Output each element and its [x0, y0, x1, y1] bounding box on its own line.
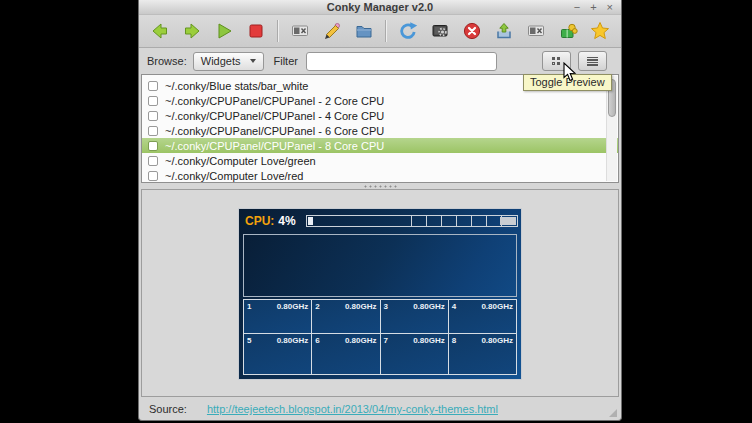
next-button[interactable] — [181, 20, 202, 42]
open-folder-button[interactable] — [353, 20, 374, 42]
core-number: 3 — [384, 302, 388, 311]
list-item-label: ~/.conky/CPUPanel/CPUPanel - 4 Core CPU — [165, 110, 384, 122]
filter-label: Filter — [274, 55, 298, 67]
import-icon — [494, 21, 514, 41]
list-item[interactable]: ~/.conky/CPUPanel/CPUPanel - 6 Core CPU — [142, 123, 618, 138]
core-cell: 4 0.80GHz — [449, 300, 516, 333]
preview-pane: CPU: 4% 1 0.80GHz — [141, 189, 619, 397]
core-cell: 7 0.80GHz — [381, 334, 448, 374]
maximize-button[interactable]: + — [590, 0, 596, 15]
checkbox[interactable] — [148, 111, 158, 121]
checkbox[interactable] — [148, 81, 158, 91]
close-circle-icon — [462, 21, 482, 41]
core-frequency: 0.80GHz — [413, 336, 445, 345]
list-item-label: ~/.conky/CPUPanel/CPUPanel - 6 Core CPU — [165, 125, 384, 137]
core-number: 8 — [452, 336, 456, 345]
about-button[interactable] — [589, 20, 611, 42]
cpu-graph-area — [243, 234, 517, 297]
core-number: 5 — [247, 336, 251, 345]
list-item-label: ~/.conky/Computer Love/green — [165, 155, 316, 167]
core-frequency: 0.80GHz — [345, 302, 377, 311]
cpu-bar-tick — [486, 216, 487, 226]
list-item-label: ~/.conky/CPUPanel/CPUPanel - 8 Core CPU — [165, 140, 384, 152]
stop-icon — [246, 21, 266, 41]
browse-category-select[interactable]: Widgets — [193, 52, 264, 71]
checkbox[interactable] — [148, 96, 158, 106]
list-item-selected[interactable]: ~/.conky/CPUPanel/CPUPanel - 8 Core CPU — [142, 138, 618, 153]
list-item[interactable]: ~/.conky/Computer Love/red — [142, 168, 618, 183]
core-frequency: 0.80GHz — [481, 336, 513, 345]
kill-widget-button[interactable] — [289, 20, 310, 42]
folder-icon — [354, 21, 374, 41]
list-item-label: ~/.conky/Computer Love/red — [165, 170, 304, 182]
arrow-right-icon — [182, 21, 202, 41]
checkbox[interactable] — [148, 156, 158, 166]
minimize-button[interactable]: − — [574, 0, 580, 15]
donate-gift-icon — [558, 21, 578, 41]
browse-category-value: Widgets — [201, 55, 241, 67]
list-scrollbar[interactable] — [606, 76, 617, 181]
cpu-panel-header: CPU: 4% — [239, 209, 521, 232]
core-cell: 3 0.80GHz — [381, 300, 448, 333]
toolbar — [139, 15, 621, 48]
mouse-cursor — [563, 62, 577, 86]
generate-preview-button[interactable] — [525, 20, 547, 42]
toggle-list-button[interactable] — [578, 51, 607, 71]
cpu-core-grid: 1 0.80GHz 2 0.80GHz 3 0.80GHz 4 0.80GHz … — [243, 299, 517, 375]
cpu-percent: 4% — [278, 214, 295, 228]
list-item[interactable]: ~/.conky/CPUPanel/CPUPanel - 4 Core CPU — [142, 108, 618, 123]
grid-view-icon — [552, 57, 561, 66]
kill-all-button[interactable] — [461, 20, 482, 42]
chevron-down-icon — [250, 59, 256, 63]
cpu-bar-tick — [441, 216, 442, 226]
window-kill-icon — [290, 21, 310, 41]
cpu-bar-tick — [411, 216, 412, 226]
donate-button[interactable] — [557, 20, 579, 42]
list-item[interactable]: ~/.conky/Computer Love/green — [142, 153, 618, 168]
import-theme-button[interactable] — [493, 20, 514, 42]
core-number: 7 — [384, 336, 388, 345]
cpu-bar-fill — [308, 217, 313, 225]
source-label: Source: — [149, 403, 187, 415]
checkbox[interactable] — [148, 171, 158, 181]
cpu-bar-end-segment — [500, 217, 516, 225]
checkbox[interactable] — [148, 126, 158, 136]
cpu-bar-tick — [456, 216, 457, 226]
core-number: 4 — [452, 302, 456, 311]
star-icon — [590, 21, 610, 41]
refresh-icon — [398, 21, 418, 41]
edit-button[interactable] — [321, 20, 342, 42]
arrow-left-icon — [150, 21, 170, 41]
stop-button[interactable] — [245, 20, 266, 42]
play-icon — [214, 21, 234, 41]
desktop-gear-icon — [430, 21, 450, 41]
close-button[interactable]: × — [607, 0, 613, 15]
window-controls: − + × — [574, 0, 613, 15]
core-frequency: 0.80GHz — [277, 336, 309, 345]
window-title: Conky Manager v2.0 — [327, 1, 433, 13]
filter-input[interactable] — [306, 52, 497, 71]
core-cell: 1 0.80GHz — [244, 300, 311, 333]
cpu-label: CPU: — [245, 214, 274, 228]
start-button[interactable] — [213, 20, 234, 42]
cpu-panel-preview: CPU: 4% 1 0.80GHz — [238, 208, 522, 380]
splitter-grip-icon — [363, 185, 397, 188]
cpu-bar-tick — [426, 216, 427, 226]
core-cell: 2 0.80GHz — [312, 300, 379, 333]
core-cell: 5 0.80GHz — [244, 334, 311, 374]
refresh-button[interactable] — [397, 20, 418, 42]
cpu-usage-bar — [306, 215, 518, 227]
titlebar[interactable]: Conky Manager v2.0 − + × — [139, 0, 621, 15]
desktop-settings-button[interactable] — [429, 20, 450, 42]
previous-button[interactable] — [149, 20, 170, 42]
core-cell: 6 0.80GHz — [312, 334, 379, 374]
core-cell: 8 0.80GHz — [449, 334, 516, 374]
core-frequency: 0.80GHz — [277, 302, 309, 311]
checkbox[interactable] — [148, 141, 158, 151]
browse-row: Browse: Widgets Filter — [139, 48, 621, 74]
browse-label: Browse: — [147, 55, 187, 67]
list-item[interactable]: ~/.conky/CPUPanel/CPUPanel - 2 Core CPU — [142, 93, 618, 108]
view-toggle-group — [542, 51, 613, 71]
resize-grip[interactable] — [609, 409, 617, 417]
source-link[interactable]: http://teejeetech.blogspot.in/2013/04/my… — [207, 403, 498, 415]
